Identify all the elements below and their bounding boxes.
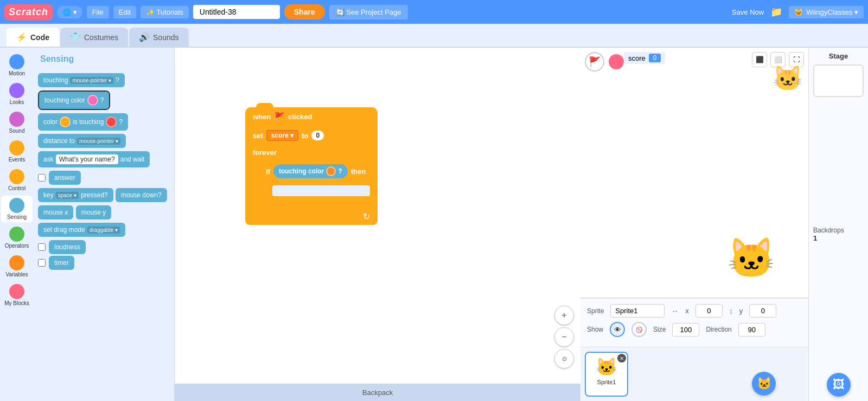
key-dropdown[interactable]: space ▾ (56, 192, 79, 199)
folder-icon[interactable]: 📁 (770, 6, 782, 18)
block-set-drag-mode[interactable]: set drag mode draggable ▾ (38, 223, 125, 237)
stage-area: 🚩 score 0 ⬛ ⬜ ⛶ 🐱 🐱 (580, 48, 808, 298)
add-backdrop-button[interactable]: 🖼 (827, 373, 851, 397)
color-swatch-2[interactable] (106, 117, 117, 127)
add-sprite-button[interactable]: 🐱 (752, 372, 776, 396)
block-touching-color-selected[interactable]: touching color ? (38, 90, 110, 110)
block-timer[interactable]: timer (49, 256, 74, 270)
block-set-score[interactable]: set score ▾ to 0 (245, 126, 378, 145)
control-label: Control (8, 185, 25, 191)
set-label: set (253, 132, 263, 140)
zoom-reset-button[interactable]: ⊙ (554, 349, 574, 368)
timer-checkbox[interactable] (38, 259, 46, 267)
zoom-out-button[interactable]: − (554, 327, 574, 347)
see-project-button[interactable]: 🔄 See Project Page (329, 5, 408, 20)
if-label: if (266, 167, 270, 176)
stop-button[interactable] (609, 54, 624, 69)
if-condition: touching color ? (273, 164, 348, 178)
direction-label: Direction (706, 326, 731, 333)
sidebar-item-operators[interactable]: Operators (1, 224, 33, 251)
sidebar-item-sensing[interactable]: Sensing (1, 196, 33, 222)
project-title-input[interactable] (193, 5, 280, 19)
code-icon: ⚡ (16, 32, 27, 42)
sound-label: Sound (9, 128, 25, 134)
block-distance-to[interactable]: distance to mouse-pointer ▾ (38, 134, 126, 148)
share-button[interactable]: Share (284, 4, 325, 20)
zoom-controls: + − ⊙ (554, 306, 574, 368)
block-if-touching-color[interactable]: if touching color ? then (245, 160, 378, 182)
block-loudness[interactable]: loudness (49, 240, 86, 254)
script-area[interactable]: when 🚩 clicked set score ▾ to 0 forever (175, 48, 580, 401)
user-menu-button[interactable]: 🐱 WiingyClasses ▾ (789, 6, 864, 18)
sidebar-item-myblocks[interactable]: My Blocks (1, 282, 33, 308)
scratch-cat-main: 🐱 (727, 235, 776, 281)
zoom-in-button[interactable]: + (554, 306, 574, 325)
variables-dot (9, 255, 24, 270)
globe-button[interactable]: 🌐 ▾ (57, 6, 82, 18)
sprite-thumb-sprite1[interactable]: ✕ 🐱 Sprite1 (585, 352, 628, 397)
sidebar-item-control[interactable]: Control (1, 167, 33, 193)
sidebar-item-events[interactable]: Events (1, 138, 33, 165)
touching-color-swatch[interactable] (87, 95, 98, 106)
tutorials-button[interactable]: ✨ Tutorials (141, 6, 189, 18)
green-flag-icon: 🚩 (274, 112, 285, 122)
sidebar-item-sound[interactable]: Sound (1, 109, 33, 136)
block-forever-open[interactable]: forever (245, 145, 378, 160)
sound-dot (9, 112, 24, 127)
zero-input[interactable]: 0 (311, 131, 324, 140)
hat-block-when-flag[interactable]: when 🚩 clicked (245, 107, 378, 126)
y-input[interactable] (749, 304, 776, 318)
x-coord-icon: ↔ (671, 307, 679, 315)
save-now-button[interactable]: Save Now (732, 8, 764, 16)
show-hidden-button[interactable]: 🚫 (631, 322, 647, 337)
ask-input[interactable]: What's your name? (56, 154, 118, 164)
operators-dot (9, 227, 24, 242)
block-color-is-touching[interactable]: color is touching ? (38, 113, 128, 131)
sidebar-item-motion[interactable]: Motion (1, 52, 33, 79)
backpack-bar[interactable]: Backpack (175, 384, 580, 401)
block-answer[interactable]: answer (49, 171, 81, 185)
sidebar-item-looks[interactable]: Looks (1, 81, 33, 107)
loudness-checkbox[interactable] (38, 243, 46, 251)
block-key-pressed[interactable]: key space ▾ pressed? (38, 188, 113, 202)
shrink-stage-button[interactable]: ⬛ (752, 52, 767, 67)
sprite-delete-button[interactable]: ✕ (617, 354, 626, 363)
user-name-label: WiingyClasses ▾ (806, 8, 858, 16)
clicked-label: clicked (288, 113, 312, 121)
scratch-logo: Scratch (4, 4, 53, 20)
touching-dropdown[interactable]: mouse-pointer ▾ (70, 77, 113, 84)
answer-checkbox[interactable] (38, 174, 46, 182)
sidebar-item-variables[interactable]: Variables (1, 253, 33, 280)
distance-dropdown[interactable]: mouse-pointer ▾ (77, 138, 120, 145)
show-visible-button[interactable]: 👁 (610, 322, 625, 337)
if-inner-area (245, 182, 378, 199)
stage-thumbnail (813, 64, 864, 97)
block-ask-wait[interactable]: ask What's your name? and wait (38, 151, 150, 167)
add-backdrop-area: 🖼 (813, 367, 864, 397)
tab-sounds[interactable]: 🔊 Sounds (129, 28, 188, 47)
direction-input[interactable] (738, 323, 765, 337)
size-input[interactable] (672, 323, 699, 337)
block-mouse-x[interactable]: mouse x (38, 205, 73, 219)
size-label: Size (653, 326, 666, 333)
edit-button[interactable]: Edit (113, 6, 136, 18)
tab-sounds-label: Sounds (153, 33, 178, 42)
scratch-cat-small: 🐱 (773, 64, 803, 93)
green-flag-button[interactable]: 🚩 (585, 52, 604, 72)
x-input[interactable] (695, 304, 723, 318)
answer-row: answer (38, 171, 170, 185)
tab-code[interactable]: ⚡ Code (7, 28, 59, 47)
color-swatch-1[interactable] (60, 117, 71, 127)
block-mouse-down[interactable]: mouse down? (116, 188, 167, 202)
drag-mode-dropdown[interactable]: draggable ▾ (87, 227, 120, 234)
block-touching-color[interactable]: touching color ? (39, 92, 109, 109)
if-color-swatch[interactable] (326, 166, 336, 176)
tab-costumes[interactable]: 👕 Costumes (60, 28, 128, 47)
file-button[interactable]: File (87, 6, 109, 18)
sprite-info-row-top: Sprite ↔ x ↕ y (587, 304, 802, 318)
block-touching-mousepointer[interactable]: touching mouse-pointer ▾ ? (38, 73, 125, 87)
forever-label: forever (253, 148, 277, 157)
block-mouse-y[interactable]: mouse y (76, 205, 111, 219)
sprite-name-input[interactable] (610, 304, 665, 318)
sprite-info: Sprite ↔ x ↕ y Show 👁 🚫 Size Direction (580, 298, 808, 347)
